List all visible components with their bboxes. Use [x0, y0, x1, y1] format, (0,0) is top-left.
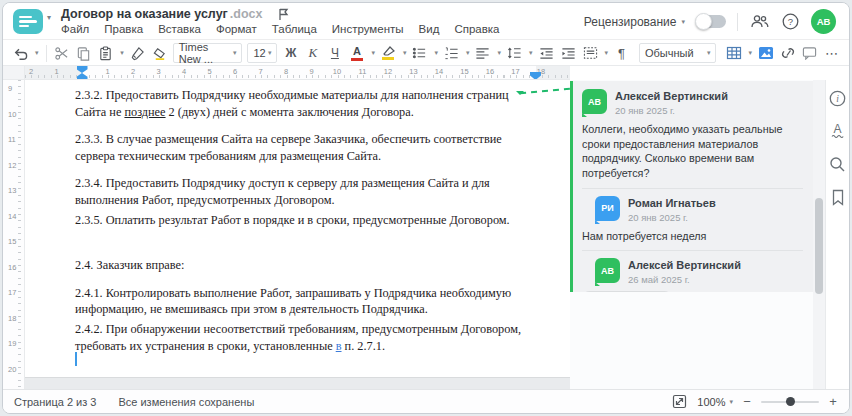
decrease-indent-icon[interactable] — [538, 43, 555, 63]
paragraph-2-3-4[interactable]: 2.3.4. Предоставить Подрядчику доступ к … — [75, 175, 537, 208]
highlight-color-button[interactable] — [380, 43, 397, 63]
app-logo-icon[interactable] — [13, 9, 43, 34]
paragraph-2-4-2[interactable]: 2.4.2. При обнаружении несоответствий тр… — [75, 321, 537, 354]
paragraph-2-4-1[interactable]: 2.4.1. Контролировать выполнение Работ, … — [75, 285, 537, 318]
more-tools-button[interactable]: ⋯ — [823, 43, 840, 63]
insert-comment-icon[interactable] — [801, 43, 818, 63]
paragraph-2-3-5[interactable]: 2.3.5. Оплатить результат Работ в порядк… — [75, 212, 537, 229]
page-indicator[interactable]: Страница 2 из 3 — [14, 396, 96, 408]
zoom-in-button[interactable]: + — [828, 394, 838, 409]
zoom-slider[interactable] — [761, 401, 819, 403]
font-color-bar — [351, 58, 363, 61]
comment-thread[interactable]: АВ Алексей Вертинский 20 янв 2025 г. Кол… — [570, 81, 813, 292]
document-page[interactable]: 2.3.2. Предоставить Подрядчику необходим… — [25, 80, 570, 378]
zoom-level-dropdown[interactable]: 100% ▾ — [697, 396, 733, 408]
zoom-out-button[interactable]: − — [742, 394, 752, 409]
ruler-number: 4 — [182, 67, 186, 76]
line-spacing-icon[interactable] — [506, 43, 523, 63]
comment-text-with-mention: Роман Игнатьевукажите 10 дней с запасом — [582, 291, 803, 292]
insert-link-icon[interactable] — [779, 43, 796, 63]
paragraph-borders-icon[interactable] — [582, 43, 599, 63]
copy-icon[interactable] — [75, 43, 92, 63]
bullet-list-caret[interactable]: ▾ — [434, 49, 438, 57]
font-color-caret[interactable]: ▾ — [371, 49, 375, 57]
paragraph-2-4[interactable]: 2.4. Заказчик вправе: — [75, 257, 537, 274]
search-icon[interactable] — [829, 155, 847, 173]
document-title-text: Договор на оказание услуг — [61, 7, 228, 21]
info-icon[interactable]: i — [829, 89, 847, 107]
chevron-down-icon[interactable]: ▾ — [47, 13, 51, 22]
ruler-number: 8 — [284, 67, 288, 76]
user-avatar[interactable]: АВ — [811, 9, 836, 34]
line-spacing-caret[interactable]: ▾ — [529, 49, 533, 57]
undo-button[interactable] — [12, 43, 29, 63]
review-mode-dropdown[interactable]: Рецензирование ▾ — [584, 15, 685, 29]
ruler-number: 14 — [435, 67, 443, 76]
paste-icon[interactable] — [97, 43, 114, 63]
document-text[interactable]: 2.3.2. Предоставить Подрядчику необходим… — [75, 87, 537, 365]
menu-format[interactable]: Формат — [216, 23, 257, 35]
help-icon[interactable]: ? — [780, 12, 800, 32]
spellcheck-icon[interactable]: А — [829, 122, 847, 140]
numbered-list-icon[interactable] — [443, 43, 460, 63]
avatar: РИ — [595, 196, 620, 221]
paragraph-2-3-3[interactable]: 2.3.3. В случае размещения Сайта на серв… — [75, 131, 537, 164]
font-size-select[interactable]: 12 ▾ — [247, 43, 277, 63]
divider — [582, 188, 803, 189]
bookmark-icon[interactable] — [829, 188, 847, 206]
align-icon[interactable] — [474, 43, 491, 63]
ruler-number: 20 — [8, 365, 16, 374]
ruler-corner[interactable] — [3, 66, 25, 80]
clear-style-icon[interactable] — [151, 43, 168, 63]
menu-help[interactable]: Справка — [454, 23, 499, 35]
flag-icon[interactable] — [278, 8, 289, 21]
font-color-button[interactable]: А — [348, 43, 365, 63]
ruler-number: 9 — [8, 84, 12, 93]
underline-button[interactable]: Ч — [326, 43, 343, 63]
numbered-list-caret[interactable]: ▾ — [466, 49, 470, 57]
format-painter-icon[interactable] — [129, 43, 146, 63]
paste-dropdown-caret[interactable]: ▾ — [120, 49, 124, 57]
highlight-color-caret[interactable]: ▾ — [403, 49, 407, 57]
insert-table-icon[interactable] — [725, 43, 742, 63]
increase-indent-icon[interactable] — [560, 43, 577, 63]
highlight-color-bar — [382, 57, 394, 60]
menu-view[interactable]: Вид — [419, 23, 440, 35]
horizontal-ruler[interactable]: 12123456789101112131415161718 — [25, 66, 570, 80]
undo-dropdown-caret[interactable]: ▾ — [35, 49, 39, 57]
paragraph-2-3-2[interactable]: 2.3.2. Предоставить Подрядчику необходим… — [75, 87, 537, 120]
ruler-number: 3 — [156, 67, 160, 76]
bullet-list-icon[interactable] — [411, 43, 428, 63]
menu-tools[interactable]: Инструменты — [332, 23, 404, 35]
comment-text: Коллеги, необходимо указать реальные сро… — [582, 122, 803, 181]
text-cursor — [75, 352, 77, 366]
menu-file[interactable]: Файл — [61, 23, 89, 35]
font-name-select[interactable]: Times New ... ▾ — [173, 43, 243, 63]
insert-image-icon[interactable] — [757, 43, 774, 63]
zoom-slider-knob[interactable] — [786, 397, 795, 406]
show-paragraph-marks-icon[interactable]: ¶ — [613, 43, 630, 63]
vertical-scrollbar[interactable] — [813, 80, 825, 389]
menu-insert[interactable]: Вставка — [158, 23, 201, 35]
chevron-down-icon: ▾ — [729, 398, 733, 406]
align-caret[interactable]: ▾ — [497, 49, 501, 57]
paragraph-style-select[interactable]: Обычный ▾ — [639, 43, 716, 63]
collaboration-users-icon[interactable] — [749, 12, 769, 32]
ruler-number: 12 — [8, 161, 16, 170]
ruler-number: 13 — [8, 186, 16, 195]
review-toggle[interactable] — [696, 15, 726, 28]
document-area[interactable]: 2.3.2. Предоставить Подрядчику необходим… — [25, 80, 570, 389]
insert-table-caret[interactable]: ▾ — [748, 49, 752, 57]
paragraph-borders-caret[interactable]: ▾ — [605, 49, 609, 57]
bold-button[interactable]: Ж — [282, 43, 299, 63]
menu-edit[interactable]: Правка — [104, 23, 143, 35]
scrollbar-thumb[interactable] — [815, 198, 823, 294]
commented-text[interactable]: позднее — [124, 105, 165, 119]
vertical-ruler[interactable]: 91011121314151617181920 — [3, 80, 25, 389]
avatar: АВ — [582, 89, 607, 114]
fit-page-icon[interactable] — [670, 393, 688, 411]
menu-table[interactable]: Таблица — [272, 23, 317, 35]
cut-icon[interactable] — [53, 43, 70, 63]
italic-button[interactable]: К — [304, 43, 321, 63]
ruler-number: 2 — [29, 67, 33, 76]
